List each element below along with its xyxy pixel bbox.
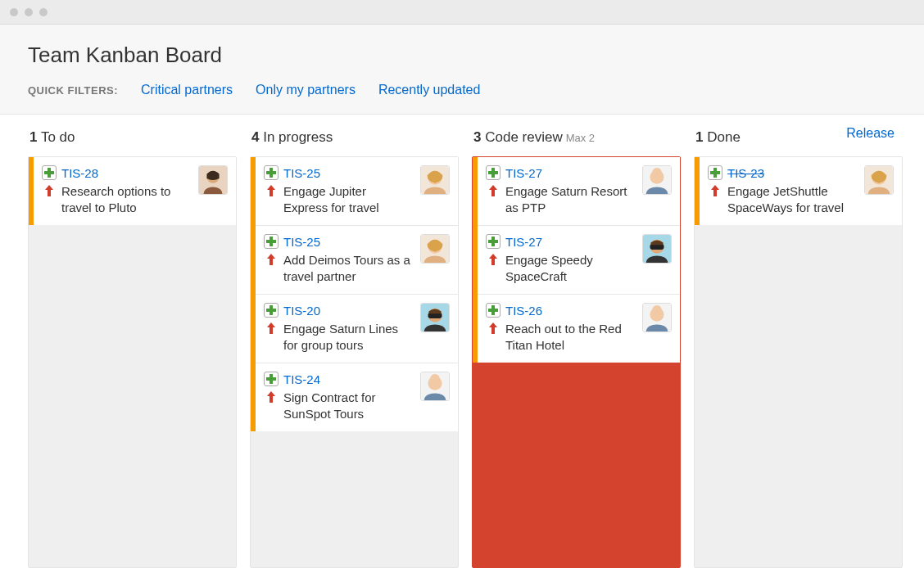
page-title: Team Kanban Board	[28, 43, 896, 68]
ticket-id[interactable]: TIS-24	[283, 372, 320, 386]
quick-filters-row: QUICK FILTERS: Critical partners Only my…	[28, 83, 896, 97]
kanban-card[interactable]: TIS-26Reach out to the Red Titan Hotel	[478, 295, 680, 363]
svg-rect-3	[270, 168, 273, 178]
kanban-card[interactable]: TIS-20Engage Saturn Lines for group tour…	[256, 295, 458, 363]
priority-high-icon	[264, 321, 279, 336]
assignee-avatar[interactable]	[642, 165, 672, 195]
column-body[interactable]: TIS-28Research options to travel to Plut…	[28, 156, 237, 568]
card-summary: Add Deimos Tours as a travel partner	[283, 252, 414, 284]
story-icon	[42, 165, 57, 180]
story-icon	[486, 303, 500, 318]
story-icon	[708, 165, 722, 180]
svg-rect-5	[270, 237, 273, 246]
board: Release 1 To doTIS-28Research options to…	[0, 115, 924, 568]
window-dot	[39, 8, 48, 16]
ticket-id[interactable]: TIS-20	[283, 304, 320, 318]
ticket-id[interactable]: TIS-27	[505, 235, 542, 249]
assignee-avatar[interactable]	[864, 165, 894, 195]
assignee-avatar[interactable]	[420, 165, 450, 195]
kanban-card[interactable]: TIS-27Engage Saturn Resort as PTP	[478, 157, 680, 226]
svg-rect-1	[48, 168, 51, 178]
assignee-avatar[interactable]	[642, 303, 672, 332]
column-header: 4 In progress	[250, 129, 459, 146]
kanban-card[interactable]: TIS-27Engage Speedy SpaceCraft	[478, 226, 680, 295]
column-body[interactable]: TIS-27Engage Saturn Resort as PTPTIS-27E…	[472, 156, 681, 568]
kanban-card[interactable]: TIS-24Sign Contract for SunSpot Tours	[256, 363, 458, 431]
column-cards: TIS-25Engage Jupiter Express for travelT…	[251, 157, 458, 431]
filter-link[interactable]: Critical partners	[141, 83, 233, 97]
assignee-avatar[interactable]	[420, 372, 450, 401]
priority-high-icon	[486, 321, 500, 336]
card-summary: Engage Jupiter Express for travel	[283, 183, 414, 215]
column-body[interactable]: TIS-25Engage Jupiter Express for travelT…	[250, 156, 459, 568]
column-empty-space[interactable]	[29, 225, 236, 567]
board-column: 3 Code reviewMax 2TIS-27Engage Saturn Re…	[472, 129, 681, 568]
ticket-id[interactable]: TIS-25	[283, 235, 320, 249]
board-header: Team Kanban Board QUICK FILTERS: Critica…	[0, 25, 924, 115]
kanban-card[interactable]: TIS-23Engage JetShuttle SpaceWays for tr…	[700, 157, 902, 225]
story-icon	[264, 372, 279, 386]
column-header: 1 To do	[28, 129, 237, 146]
column-empty-space[interactable]	[473, 363, 680, 567]
card-summary: Reach out to the Red Titan Hotel	[505, 321, 636, 353]
story-icon	[486, 165, 500, 180]
column-header: 3 Code reviewMax 2	[472, 129, 681, 146]
ticket-id[interactable]: TIS-27	[505, 166, 542, 180]
card-summary: Engage Saturn Lines for group tours	[283, 321, 414, 353]
svg-rect-7	[270, 305, 273, 315]
priority-high-icon	[264, 252, 279, 267]
svg-rect-11	[491, 168, 495, 178]
priority-high-icon	[486, 183, 500, 198]
assignee-avatar[interactable]	[420, 234, 450, 264]
window-chrome	[0, 0, 924, 25]
column-name: To do	[37, 129, 75, 145]
column-body[interactable]: TIS-23Engage JetShuttle SpaceWays for tr…	[694, 156, 903, 568]
column-name: Done	[703, 129, 740, 145]
window-dot	[25, 8, 33, 16]
priority-high-icon	[264, 183, 279, 198]
filter-link[interactable]: Only my partners	[256, 83, 356, 97]
column-name: Code review	[481, 129, 562, 145]
assignee-avatar[interactable]	[198, 165, 228, 195]
kanban-card[interactable]: TIS-25Add Deimos Tours as a travel partn…	[256, 226, 458, 295]
story-icon	[264, 234, 279, 249]
svg-rect-15	[491, 305, 495, 315]
svg-rect-13	[491, 237, 495, 246]
svg-rect-17	[713, 168, 717, 178]
priority-high-icon	[708, 183, 722, 198]
column-constraint: Max 2	[566, 132, 595, 144]
story-icon	[264, 165, 279, 180]
assignee-avatar[interactable]	[420, 303, 450, 332]
column-cards: TIS-23Engage JetShuttle SpaceWays for tr…	[695, 157, 902, 225]
column-cards: TIS-28Research options to travel to Plut…	[29, 157, 236, 225]
priority-high-icon	[264, 390, 279, 404]
board-column: 1 To doTIS-28Research options to travel …	[28, 129, 237, 568]
story-icon	[486, 234, 500, 249]
ticket-id[interactable]: TIS-25	[283, 166, 320, 180]
priority-high-icon	[486, 252, 500, 267]
card-summary: Engage Speedy SpaceCraft	[505, 252, 636, 284]
window-dot	[10, 8, 18, 16]
ticket-id[interactable]: TIS-28	[61, 166, 98, 180]
filter-link[interactable]: Recently updated	[378, 83, 481, 97]
story-icon	[264, 303, 279, 318]
card-summary: Sign Contract for SunSpot Tours	[283, 390, 414, 421]
ticket-id[interactable]: TIS-26	[505, 304, 542, 318]
card-summary: Engage Saturn Resort as PTP	[505, 183, 636, 215]
column-cards: TIS-27Engage Saturn Resort as PTPTIS-27E…	[473, 157, 680, 363]
board-column: 1 DoneTIS-23Engage JetShuttle SpaceWays …	[694, 129, 903, 568]
card-summary: Research options to travel to Pluto	[61, 183, 192, 215]
column-empty-space[interactable]	[251, 431, 458, 567]
svg-rect-9	[270, 374, 273, 384]
assignee-avatar[interactable]	[642, 234, 672, 264]
column-name: In progress	[259, 129, 333, 145]
board-column: 4 In progressTIS-25Engage Jupiter Expres…	[250, 129, 459, 568]
card-summary: Engage JetShuttle SpaceWays for travel	[727, 183, 858, 215]
release-link[interactable]: Release	[846, 126, 895, 141]
priority-high-icon	[42, 183, 57, 198]
ticket-id[interactable]: TIS-23	[727, 166, 764, 180]
column-empty-space[interactable]	[695, 225, 902, 567]
kanban-card[interactable]: TIS-28Research options to travel to Plut…	[34, 157, 236, 225]
quick-filters-label: QUICK FILTERS:	[28, 84, 118, 97]
kanban-card[interactable]: TIS-25Engage Jupiter Express for travel	[256, 157, 458, 226]
